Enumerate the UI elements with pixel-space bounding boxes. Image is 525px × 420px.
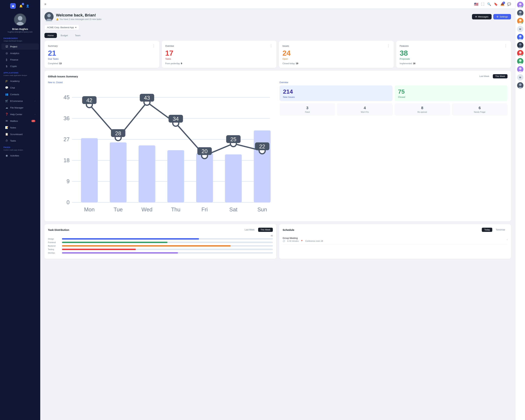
stat-card-features: Features ⋮ 38 Proposals Implemented: 16 [396, 41, 511, 68]
rs-avatar[interactable] [517, 82, 524, 89]
svg-point-78 [519, 84, 522, 86]
sidebar-item-label: Project [10, 45, 35, 48]
new-issues-number: 214 [283, 88, 389, 95]
rs-avatar[interactable] [517, 34, 524, 40]
gear-icon: ⚙ [497, 15, 498, 18]
rs-avatar[interactable] [517, 2, 524, 8]
settings-button[interactable]: ⚙ Settings [493, 14, 511, 19]
user-profile-icon[interactable]: 👤 [25, 3, 30, 8]
card-menu-icon[interactable]: ⋮ [152, 44, 156, 48]
panel-header: Schedule Today Tomorrow [283, 228, 507, 232]
app-selector-label: ACME Corp. Backend App [47, 26, 74, 29]
closed-label: Closed [398, 96, 504, 98]
user-name: Brian Hughes [12, 28, 28, 30]
chart-svg: 45 36 27 18 9 0 [48, 85, 276, 217]
sidebar-item-project[interactable]: ☑ Project [1, 43, 39, 50]
academy-icon: 🎓 [5, 79, 8, 83]
sidebar-item-crypto[interactable]: $ Crypto [1, 63, 39, 69]
sidebar-item-label: Help Center [10, 113, 33, 116]
stat-number: 17 [165, 49, 273, 57]
svg-text:20: 20 [202, 148, 207, 154]
card-menu-icon[interactable]: ⋮ [387, 44, 390, 48]
sidebar-item-filemanager[interactable]: ☁ File Manager [1, 104, 39, 111]
sidebar-item-contacts[interactable]: 👥 Contacts [1, 91, 39, 97]
flag-icon[interactable]: 🇺🇸 [474, 2, 478, 6]
github-issues-panel: Github Issues Summary Last Week This Wee… [45, 71, 511, 221]
svg-text:27: 27 [64, 136, 69, 142]
overview-bottom: 3 Fixed 4 Won't Fix 8 Re-opened 6 [280, 103, 507, 115]
sidebar-item-mailbox[interactable]: ✉ Mailbox 27 [1, 118, 39, 124]
rs-avatar[interactable] [517, 42, 524, 48]
envelope-icon: ✉ [475, 15, 477, 18]
sidebar-item-label: Analytics [10, 52, 35, 55]
this-week-button[interactable]: This Week [258, 228, 273, 232]
task-bar-row: Design [48, 238, 273, 240]
svg-rect-19 [110, 142, 127, 203]
tab-team[interactable]: Team [72, 33, 84, 38]
ecommerce-icon: 🛒 [5, 99, 8, 103]
svg-rect-18 [81, 138, 98, 203]
rs-avatar[interactable] [517, 66, 524, 73]
sidebar-item-scrumboard[interactable]: 📋 Scrumboard [1, 131, 39, 137]
notifications-button[interactable]: 🔔 3 [19, 3, 23, 8]
card-menu-icon[interactable]: ⋮ [270, 44, 273, 48]
svg-text:Mon: Mon [84, 206, 95, 213]
sidebar-item-notes[interactable]: 📝 Notes [1, 124, 39, 131]
event-location: Conference room 1B [305, 240, 323, 242]
rs-avatar[interactable] [517, 18, 524, 24]
last-week-button[interactable]: Last Week [242, 228, 257, 232]
last-week-button[interactable]: Last Week [477, 74, 492, 78]
bookmark-icon[interactable]: 🔖 [494, 2, 498, 6]
rs-avatar[interactable] [517, 10, 524, 16]
tab-budget[interactable]: Budget [57, 33, 71, 38]
sidebar-item-helpcenter[interactable]: ❓ Help Center › [1, 111, 39, 117]
sidebar-item-label: Mailbox [10, 120, 29, 122]
bottom-panels: Task Distribution Last Week This Week 40… [45, 224, 511, 262]
rs-avatar[interactable]: M [517, 74, 524, 81]
rs-avatar[interactable]: M [517, 26, 524, 32]
search-icon[interactable]: 🔍 [487, 2, 491, 6]
chart-label: New vs. Closed [48, 81, 276, 84]
chat-icon[interactable]: 💬 [507, 2, 511, 6]
hamburger-menu[interactable]: ≡ [45, 2, 46, 6]
stat-label: Tasks [165, 57, 273, 60]
closed-card: 75 Closed [395, 85, 508, 101]
chevron-right-icon[interactable]: › [507, 238, 507, 241]
stat-label: Needs Triage [454, 111, 506, 113]
sidebar-item-ecommerce[interactable]: 🛒 ECommerce › [1, 98, 39, 104]
rs-avatar[interactable] [517, 50, 524, 56]
avatar [14, 13, 27, 26]
sidebar-item-activities[interactable]: ◉ Activities [1, 152, 39, 159]
messages-button[interactable]: ✉ Messages [472, 14, 492, 19]
sidebar-item-tasks[interactable]: ⏱ Tasks [1, 138, 39, 144]
user-avatar-section: Brian Hughes hughes.brian@company.com [0, 10, 40, 35]
svg-text:34: 34 [173, 116, 179, 122]
svg-text:Sat: Sat [229, 206, 237, 213]
topbar: ≡ 🇺🇸 ⛶ 🔍 🔖 📥 5 💬 [40, 0, 515, 9]
sidebar-item-finance[interactable]: ₿ Finance [1, 57, 39, 63]
event-title: Group Meeting [283, 237, 323, 239]
inbox-icon[interactable]: 📥 5 [500, 2, 504, 6]
tomorrow-button[interactable]: Tomorrow [493, 228, 507, 232]
rs-avatar[interactable] [517, 58, 524, 64]
fullscreen-icon[interactable]: ⛶ [481, 2, 484, 6]
stat-number: 38 [400, 49, 507, 57]
bar-fill [62, 252, 178, 253]
stat-label: Re-opened [396, 111, 448, 113]
svg-text:Tue: Tue [113, 206, 123, 213]
main-content: ≡ 🇺🇸 ⛶ 🔍 🔖 📥 5 💬 [40, 0, 515, 420]
svg-text:Fri: Fri [201, 206, 208, 213]
section-applications-sub: Custom made application designs [0, 75, 40, 78]
app-selector[interactable]: ACME Corp. Backend App ▾ [45, 25, 79, 30]
today-button[interactable]: Today [482, 228, 492, 232]
chevron-right-icon: › [35, 100, 35, 102]
stat-label: Won't Fix [339, 111, 391, 113]
tab-home[interactable]: Home [45, 33, 57, 38]
sidebar-item-chat[interactable]: 💬 Chat [1, 84, 39, 91]
this-week-button[interactable]: This Week [493, 74, 507, 78]
sidebar-item-analytics[interactable]: ◎ Analytics [1, 50, 39, 56]
sidebar-top: ◆ 🔔 3 👤 [0, 0, 40, 10]
sidebar-item-academy[interactable]: 🎓 Academy [1, 78, 39, 84]
card-menu-icon[interactable]: ⋮ [504, 44, 507, 48]
welcome-row: Welcome back, Brian! 🔔 You have 2 new me… [45, 12, 511, 21]
